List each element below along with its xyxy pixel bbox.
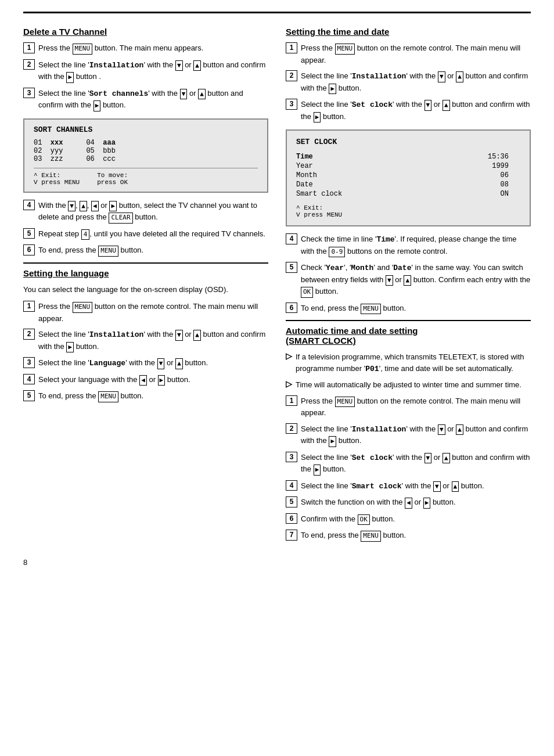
lang-step-2: 2 Select the line 'Installation' with th… [23,329,268,352]
right-arrow: ▶ [66,342,74,353]
right-arrow: ▶ [66,72,74,83]
step-number: 4 [23,374,35,385]
step-text: To end, press the MENU button. [301,303,531,315]
auto-time-title: Automatic time and date setting(SMART CL… [286,320,531,345]
step-text: Press the MENU button on the remote cont… [38,301,268,324]
step-number: 1 [23,42,35,53]
clock-row-date: Date 08 [296,180,520,189]
num-buttons: 0-9 [329,247,345,258]
step-text: Select the line 'Sort channels' with the… [38,88,268,111]
right-arrow: ▶ [109,201,117,212]
step-number: 2 [286,70,297,81]
down-arrow: ▼ [157,358,165,369]
up-arrow: ▲ [198,89,206,100]
menu-button: MENU [98,246,118,257]
footer-move: To move:press OK [97,172,128,186]
step-number: 4 [23,200,35,211]
clock-label: Date [296,180,427,189]
auto-step-1: 1 Press the MENU button on the remote co… [286,395,531,419]
note-arrow-icon: ▷ [286,351,292,361]
note-1: ▷ If a television programme, which trans… [286,351,531,375]
step-number: 3 [286,452,297,463]
top-rule [23,12,531,13]
clock-value: 06 [427,171,520,180]
menu-item: Installation [352,72,406,81]
step-text: Confirm with the OK button. [301,513,531,525]
delete-step-3: 3 Select the line 'Sort channels' with t… [23,88,268,111]
step-number: 1 [286,395,297,406]
up-arrow: ▲ [193,60,201,71]
down-arrow: ▼ [175,330,183,341]
channel-row: 01 xxx [34,139,63,147]
auto-step-6: 6 Confirm with the OK button. [286,513,531,525]
time-step-3: 3 Select the line 'Set clock' with the ▼… [286,99,531,123]
page-number: 8 [23,558,531,567]
delete-step-2: 2 Select the line 'Installation' with th… [23,59,268,83]
channel-row: 05 bbb [86,147,115,155]
step-number: 1 [23,301,35,312]
step-number: 3 [23,88,35,99]
step-text: Press the MENU button on the remote cont… [301,42,531,66]
step-number: 2 [286,423,297,434]
time-step-1: 1 Press the MENU button on the remote co… [286,42,531,66]
step-number: 2 [23,329,35,340]
right-arrow: ▶ [329,436,336,447]
delete-channel-title: Delete a TV Channel [23,22,268,37]
clock-label: Time [296,152,427,161]
prog-number: P01 [365,365,379,373]
lang-step-4: 4 Select your language with the ◀ or ▶ b… [23,374,268,386]
step-text: Check the time in line 'Time'. If requir… [301,233,531,257]
step-text: Switch the function on with the ◀ or ▶ b… [301,496,531,509]
down-arrow: ▼ [438,71,445,82]
down-arrow: ▼ [425,453,432,464]
menu-button: MENU [335,397,355,408]
ok-button: OK [301,287,313,298]
step-number: 7 [286,530,297,541]
menu-button: MENU [98,391,118,402]
menu-item: Installation [89,330,144,339]
sort-col-2: 04 aaa 05 bbb 06 ccc [86,139,115,163]
note-2: ▷ Time will automatically be adjusted to… [286,379,531,391]
clock-label: Month [296,171,427,180]
lang-step-5: 5 To end, press the MENU button. [23,390,268,402]
lang-step-1: 1 Press the MENU button on the remote co… [23,301,268,324]
set-time-date-title: Setting the time and date [286,22,531,37]
step-number: 6 [286,303,297,314]
step-number: 2 [23,59,35,70]
up-arrow: ▲ [80,201,87,212]
set-clock-footer: ^ Exit:V press MENU [296,204,520,218]
down-arrow: ▼ [180,89,188,100]
sort-col-1: 01 xxx 02 yyy 03 zzz [34,139,63,163]
menu-item: Smart clock [352,482,402,491]
step-text: To end, press the MENU button. [38,244,268,257]
step-text: Select the line 'Smart clock' with the ▼… [301,480,531,492]
left-arrow: ◀ [139,375,147,386]
step-number: 6 [286,513,297,524]
up-arrow: ▲ [443,453,450,464]
step-text: Select the line 'Set clock' with the ▼ o… [301,452,531,476]
step-text: Press the MENU button. The main menu app… [38,42,268,55]
step-number: 5 [23,390,35,401]
left-arrow: ◀ [405,498,412,509]
down-arrow: ▼ [433,481,441,492]
channel-row: 06 ccc [86,155,115,163]
right-arrow: ▶ [329,84,336,95]
clock-row-year: Year 1999 [296,161,520,171]
left-arrow: ◀ [91,201,99,212]
menu-item: Language [89,359,125,368]
right-arrow: ▶ [314,112,321,123]
time-step-5: 5 Check 'Year', 'Month' and 'Date' in th… [286,262,531,298]
step-text: To end, press the MENU button. [301,530,531,542]
channel-row: 03 zzz [34,155,63,163]
right-arrow: ▶ [158,375,166,386]
up-arrow: ▲ [456,424,463,435]
down-arrow: ▼ [175,60,183,71]
up-arrow: ▲ [443,100,450,111]
right-column: Setting the time and date 1 Press the ME… [286,16,531,546]
menu-button: MENU [335,44,355,55]
set-clock-screen-title: SET CLOCK [296,138,520,146]
auto-step-3: 3 Select the line 'Set clock' with the ▼… [286,452,531,476]
note-arrow-icon: ▷ [286,379,292,388]
time-step-6: 6 To end, press the MENU button. [286,303,531,315]
auto-time-section: Automatic time and date setting(SMART CL… [286,320,531,542]
